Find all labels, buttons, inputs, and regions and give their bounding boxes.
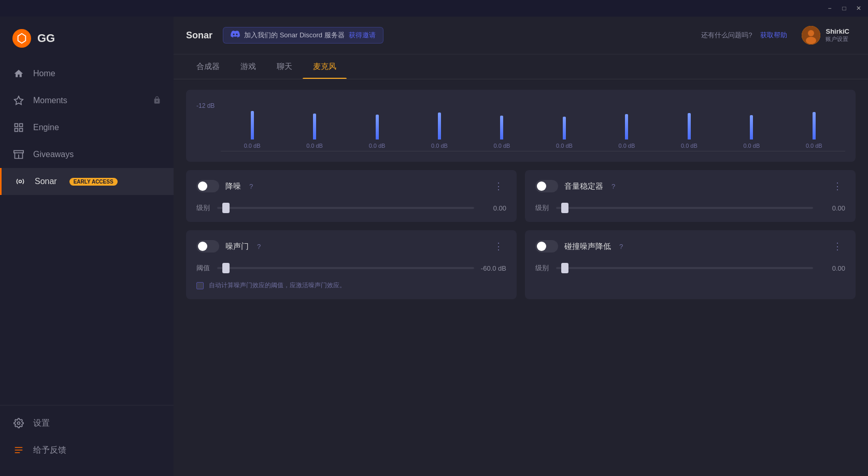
early-access-badge: EARLY ACCESS	[69, 178, 118, 186]
noise-gate-header: 噪声门 ? ⋮	[196, 240, 506, 253]
eq-value-9: 0.0 dB	[743, 143, 760, 149]
sidebar-nav: Home Moments	[0, 60, 174, 405]
eq-bar-col-10: 0.0 dB	[783, 98, 845, 149]
svg-rect-1	[15, 124, 18, 127]
sidebar-item-moments-label: Moments	[33, 96, 67, 105]
svg-rect-3	[20, 129, 23, 132]
noise-reduction-body: 级别 0.00	[196, 203, 506, 213]
eq-bar-3[interactable]	[376, 115, 379, 139]
feedback-icon	[12, 444, 25, 456]
user-sub: 账户设置	[826, 35, 849, 43]
noise-reduction-header: 降噪 ? ⋮	[196, 179, 506, 193]
close-button[interactable]: ✕	[853, 3, 864, 13]
logo-area: GG	[0, 25, 174, 60]
eq-value-7: 0.0 dB	[619, 143, 635, 149]
eq-bar-col-2: 0.0 dB	[283, 98, 346, 149]
moments-badge	[153, 96, 161, 106]
sidebar-item-home[interactable]: Home	[0, 60, 174, 87]
eq-bar-2[interactable]	[313, 114, 316, 139]
noise-gate-slider-value: -60.0 dB	[480, 264, 506, 272]
noise-reduction-help[interactable]: ?	[249, 183, 253, 190]
volume-stabilizer-help[interactable]: ?	[611, 183, 615, 190]
eq-bar-5[interactable]	[500, 116, 503, 139]
noise-gate-menu[interactable]: ⋮	[491, 240, 506, 253]
eq-bar-col-5: 0.0 dB	[471, 98, 533, 149]
minimize-button[interactable]: −	[824, 3, 835, 13]
svg-rect-11	[15, 452, 20, 453]
noise-gate-slider-label: 阈值	[196, 263, 211, 273]
volume-stabilizer-toggle[interactable]	[535, 180, 558, 192]
user-avatar[interactable]: ShirkiC 账户设置	[795, 24, 856, 47]
noise-reduction-toggle[interactable]	[196, 180, 219, 192]
noise-reduction-slider-label: 级别	[196, 203, 211, 213]
eq-value-4: 0.0 dB	[431, 143, 448, 149]
tab-mixer[interactable]: 合成器	[186, 54, 230, 79]
eq-bar-col-9: 0.0 dB	[720, 98, 782, 149]
eq-bar-8[interactable]	[688, 113, 691, 139]
noise-reduction-card: 降噪 ? ⋮ 级别 0.00	[186, 170, 517, 222]
username: ShirkiC	[826, 27, 849, 35]
main-header: Sonar 加入我们的 Sonar Discord 服务器 获得邀请 还有什么问…	[174, 17, 868, 54]
svg-point-13	[808, 30, 814, 36]
collision-noise-slider[interactable]	[556, 267, 813, 269]
volume-stabilizer-body: 级别 0.00	[535, 203, 845, 213]
eq-bar-4[interactable]	[438, 113, 441, 139]
noise-reduction-left: 降噪 ?	[196, 180, 253, 192]
collision-noise-body: 级别 0.00	[535, 263, 845, 273]
noise-gate-toggle[interactable]	[196, 240, 219, 253]
eq-bar-1[interactable]	[251, 111, 254, 139]
header-right: 还有什么问题吗? 获取帮助 ShirkiC 账户设置	[701, 24, 856, 47]
eq-bar-10[interactable]	[813, 112, 816, 139]
noise-gate-card: 噪声门 ? ⋮ 阈值 -60.0 dB 自动计算噪声门效	[186, 230, 517, 299]
eq-value-2: 0.0 dB	[306, 143, 323, 149]
eq-bar-7[interactable]	[625, 114, 628, 139]
eq-bar-6[interactable]	[563, 117, 566, 139]
sidebar-item-feedback-label: 给予反馈	[33, 445, 66, 456]
collision-noise-menu[interactable]: ⋮	[830, 240, 845, 253]
titlebar: − □ ✕	[0, 0, 868, 17]
eq-bar-9[interactable]	[750, 115, 753, 139]
sidebar-item-giveaways[interactable]: Giveaways	[0, 141, 174, 168]
eq-bar-col-1: 0.0 dB	[221, 98, 283, 149]
page-title: Sonar	[186, 30, 212, 41]
moments-icon	[12, 94, 25, 107]
noise-reduction-slider-value: 0.00	[480, 204, 506, 212]
noise-gate-slider[interactable]	[217, 267, 474, 269]
noise-reduction-menu[interactable]: ⋮	[491, 179, 506, 193]
sonar-icon	[14, 175, 26, 188]
collision-noise-help[interactable]: ?	[619, 243, 623, 250]
sidebar-item-sonar[interactable]: Sonar EARLY ACCESS	[0, 168, 174, 195]
home-icon	[12, 67, 25, 80]
tab-chat[interactable]: 聊天	[266, 54, 303, 79]
noise-gate-checkbox[interactable]	[196, 282, 204, 289]
svg-rect-9	[15, 447, 23, 448]
noise-gate-title: 噪声门	[225, 242, 249, 251]
tab-mic[interactable]: 麦克风	[303, 54, 347, 79]
sidebar-item-feedback[interactable]: 给予反馈	[0, 437, 174, 464]
sidebar-item-engine-label: Engine	[33, 123, 59, 132]
noise-gate-checkbox-label: 自动计算噪声门效应的阈值，应激活噪声门效应。	[209, 281, 346, 290]
discord-banner[interactable]: 加入我们的 Sonar Discord 服务器 获得邀请	[223, 27, 383, 44]
eq-bar-col-3: 0.0 dB	[346, 98, 408, 149]
sidebar-item-settings[interactable]: 设置	[0, 410, 174, 437]
noise-reduction-slider[interactable]	[217, 207, 474, 209]
noise-gate-help[interactable]: ?	[257, 243, 261, 250]
discord-link[interactable]: 获得邀请	[349, 31, 376, 40]
collision-noise-toggle[interactable]	[535, 240, 558, 253]
eq-bar-col-8: 0.0 dB	[658, 98, 720, 149]
discord-icon	[231, 31, 240, 40]
cards-row-1: 降噪 ? ⋮ 级别 0.00	[186, 170, 856, 222]
volume-stabilizer-menu[interactable]: ⋮	[830, 179, 845, 193]
sidebar-item-engine[interactable]: Engine	[0, 114, 174, 141]
main-scroll[interactable]: -12 dB 0.0 dB 0.0 dB	[174, 79, 868, 476]
sidebar-item-moments[interactable]: Moments	[0, 87, 174, 114]
volume-stabilizer-card: 音量稳定器 ? ⋮ 级别 0.00	[525, 170, 856, 222]
collision-noise-header: 碰撞噪声降低 ? ⋮	[535, 240, 845, 253]
tab-game[interactable]: 游戏	[230, 54, 266, 79]
maximize-button[interactable]: □	[839, 3, 849, 13]
help-link[interactable]: 获取帮助	[760, 31, 787, 40]
sidebar-item-settings-label: 设置	[33, 418, 50, 429]
eq-bars-container: -12 dB 0.0 dB 0.0 dB	[196, 98, 845, 151]
noise-gate-left: 噪声门 ?	[196, 240, 261, 253]
volume-stabilizer-slider[interactable]	[556, 207, 813, 209]
